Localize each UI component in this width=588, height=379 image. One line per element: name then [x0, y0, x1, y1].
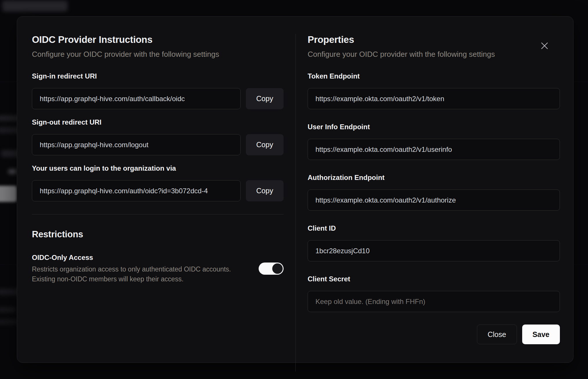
userinfo-endpoint-row [308, 139, 560, 160]
modal-actions: Close Save [308, 325, 560, 344]
instructions-subtitle: Configure your OIDC provider with the fo… [32, 49, 284, 59]
authorization-endpoint-input[interactable] [308, 190, 560, 211]
signin-redirect-input[interactable] [32, 88, 241, 109]
copy-signin-button[interactable]: Copy [246, 88, 284, 109]
client-id-row [308, 240, 560, 261]
token-endpoint-label: Token Endpoint [308, 72, 560, 81]
close-button[interactable]: Close [477, 325, 517, 344]
client-id-input[interactable] [308, 240, 560, 261]
userinfo-endpoint-input[interactable] [308, 139, 560, 160]
copy-signout-button[interactable]: Copy [246, 134, 284, 155]
client-secret-input[interactable] [308, 291, 560, 312]
oidc-only-access-description: Restricts organization access to only au… [32, 264, 259, 284]
client-secret-label: Client Secret [308, 275, 560, 283]
login-url-row: Copy [32, 180, 284, 201]
instructions-column: OIDC Provider Instructions Configure you… [32, 34, 284, 284]
login-url-label: Your users can login to the organization… [32, 164, 284, 173]
section-divider [32, 214, 284, 214]
userinfo-endpoint-label: User Info Endpoint [308, 123, 560, 131]
toggle-thumb [272, 263, 283, 274]
copy-login-url-button[interactable]: Copy [246, 180, 284, 201]
restrictions-title: Restrictions [32, 228, 284, 240]
signout-redirect-input[interactable] [32, 134, 241, 155]
signout-redirect-row: Copy [32, 134, 284, 155]
properties-subtitle: Configure your OIDC provider with the fo… [308, 49, 560, 59]
oidc-settings-modal: OIDC Provider Instructions Configure you… [17, 16, 574, 363]
client-id-label: Client ID [308, 224, 560, 233]
signin-redirect-label: Sign-in redirect URI [32, 72, 284, 81]
properties-column: Properties Configure your OIDC provider … [308, 34, 560, 344]
signout-redirect-label: Sign-out redirect URI [32, 118, 284, 127]
client-secret-row [308, 291, 560, 312]
oidc-only-access-text: OIDC-Only Access Restricts organization … [32, 253, 259, 284]
authorization-endpoint-row [308, 190, 560, 211]
signin-redirect-row: Copy [32, 88, 284, 109]
token-endpoint-row [308, 88, 560, 109]
instructions-title: OIDC Provider Instructions [32, 34, 284, 46]
column-divider [295, 34, 296, 371]
token-endpoint-input[interactable] [308, 88, 560, 109]
properties-title: Properties [308, 34, 560, 46]
oidc-only-access-row: OIDC-Only Access Restricts organization … [32, 253, 284, 284]
save-button[interactable]: Save [522, 325, 560, 344]
login-url-input[interactable] [32, 180, 241, 201]
oidc-only-access-toggle[interactable] [259, 263, 284, 275]
authorization-endpoint-label: Authorization Endpoint [308, 173, 560, 182]
oidc-only-access-label: OIDC-Only Access [32, 253, 259, 262]
